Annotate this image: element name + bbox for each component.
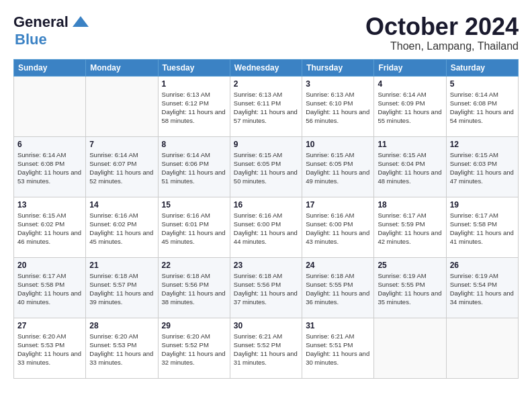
day-info: Sunrise: 6:18 AMSunset: 5:57 PMDaylight:…: [89, 271, 154, 307]
day-number: 15: [162, 200, 226, 210]
calendar-table: SundayMondayTuesdayWednesdayThursdayFrid…: [13, 59, 519, 379]
day-info: Sunrise: 6:18 AMSunset: 5:55 PMDaylight:…: [306, 271, 370, 307]
day-info: Sunrise: 6:15 AMSunset: 6:03 PMDaylight:…: [450, 150, 515, 186]
calendar-cell: 30Sunrise: 6:21 AMSunset: 5:52 PMDayligh…: [230, 318, 302, 378]
calendar-cell: 4Sunrise: 6:14 AMSunset: 6:09 PMDaylight…: [374, 76, 446, 136]
calendar-week: 6Sunrise: 6:14 AMSunset: 6:08 PMDaylight…: [14, 136, 519, 197]
calendar-cell: 11Sunrise: 6:15 AMSunset: 6:04 PMDayligh…: [374, 136, 446, 197]
day-info: Sunrise: 6:17 AMSunset: 5:58 PMDaylight:…: [17, 271, 82, 307]
calendar-cell: 25Sunrise: 6:19 AMSunset: 5:55 PMDayligh…: [374, 257, 446, 318]
day-info: Sunrise: 6:17 AMSunset: 5:58 PMDaylight:…: [450, 211, 515, 246]
weekday-header: Monday: [86, 59, 158, 76]
day-info: Sunrise: 6:17 AMSunset: 5:59 PMDaylight:…: [378, 211, 442, 246]
day-info: Sunrise: 6:16 AMSunset: 6:02 PMDaylight:…: [89, 211, 154, 246]
svg-marker-0: [73, 16, 89, 27]
day-info: Sunrise: 6:15 AMSunset: 6:04 PMDaylight:…: [378, 150, 442, 186]
day-number: 6: [17, 140, 82, 149]
day-info: Sunrise: 6:15 AMSunset: 6:05 PMDaylight:…: [306, 150, 370, 186]
day-info: Sunrise: 6:16 AMSunset: 6:00 PMDaylight:…: [234, 211, 298, 246]
calendar-week: 1Sunrise: 6:13 AMSunset: 6:12 PMDaylight…: [14, 76, 519, 136]
calendar-cell: 18Sunrise: 6:17 AMSunset: 5:59 PMDayligh…: [374, 197, 446, 257]
calendar-cell: 27Sunrise: 6:20 AMSunset: 5:53 PMDayligh…: [14, 318, 86, 378]
day-number: 2: [234, 79, 298, 89]
day-number: 29: [162, 321, 226, 330]
day-number: 10: [306, 140, 370, 149]
calendar-cell: 2Sunrise: 6:13 AMSunset: 6:11 PMDaylight…: [230, 76, 302, 136]
day-info: Sunrise: 6:14 AMSunset: 6:06 PMDaylight:…: [162, 150, 226, 186]
calendar-cell: [86, 76, 158, 136]
calendar-cell: 23Sunrise: 6:18 AMSunset: 5:56 PMDayligh…: [230, 257, 302, 318]
day-number: 4: [378, 79, 442, 89]
day-info: Sunrise: 6:14 AMSunset: 6:07 PMDaylight:…: [89, 150, 154, 186]
logo: General Blue: [13, 13, 90, 48]
weekday-header: Thursday: [302, 59, 374, 76]
calendar-cell: 15Sunrise: 6:16 AMSunset: 6:01 PMDayligh…: [158, 197, 230, 257]
calendar-cell: [446, 318, 518, 378]
day-info: Sunrise: 6:15 AMSunset: 6:02 PMDaylight:…: [17, 211, 82, 246]
day-info: Sunrise: 6:15 AMSunset: 6:05 PMDaylight:…: [234, 150, 298, 186]
calendar-week: 20Sunrise: 6:17 AMSunset: 5:58 PMDayligh…: [14, 257, 519, 318]
day-number: 27: [17, 321, 82, 330]
day-number: 12: [450, 140, 515, 149]
day-info: Sunrise: 6:21 AMSunset: 5:52 PMDaylight:…: [234, 332, 298, 367]
calendar-cell: 6Sunrise: 6:14 AMSunset: 6:08 PMDaylight…: [14, 136, 86, 197]
day-number: 28: [89, 321, 154, 330]
calendar-cell: 8Sunrise: 6:14 AMSunset: 6:06 PMDaylight…: [158, 136, 230, 197]
day-info: Sunrise: 6:13 AMSunset: 6:11 PMDaylight:…: [234, 90, 298, 126]
calendar-cell: [374, 318, 446, 378]
weekday-header: Sunday: [14, 59, 86, 76]
calendar-cell: [14, 76, 86, 136]
day-info: Sunrise: 6:13 AMSunset: 6:12 PMDaylight:…: [162, 90, 226, 126]
calendar-cell: 10Sunrise: 6:15 AMSunset: 6:05 PMDayligh…: [302, 136, 374, 197]
calendar-body: 1Sunrise: 6:13 AMSunset: 6:12 PMDaylight…: [14, 76, 519, 378]
day-number: 7: [89, 140, 154, 149]
calendar-cell: 12Sunrise: 6:15 AMSunset: 6:03 PMDayligh…: [446, 136, 518, 197]
logo-blue-text: Blue: [15, 31, 47, 48]
calendar-week: 13Sunrise: 6:15 AMSunset: 6:02 PMDayligh…: [14, 197, 519, 257]
location-title: Thoen, Lampang, Thailand: [365, 40, 519, 52]
day-info: Sunrise: 6:14 AMSunset: 6:08 PMDaylight:…: [450, 90, 515, 126]
day-number: 16: [234, 200, 298, 210]
logo-text: General: [13, 13, 69, 31]
day-info: Sunrise: 6:14 AMSunset: 6:09 PMDaylight:…: [378, 90, 442, 126]
calendar-cell: 16Sunrise: 6:16 AMSunset: 6:00 PMDayligh…: [230, 197, 302, 257]
calendar-cell: 26Sunrise: 6:19 AMSunset: 5:54 PMDayligh…: [446, 257, 518, 318]
calendar-cell: 20Sunrise: 6:17 AMSunset: 5:58 PMDayligh…: [14, 257, 86, 318]
title-block: October 2024 Thoen, Lampang, Thailand: [365, 13, 519, 52]
weekday-header: Tuesday: [158, 59, 230, 76]
calendar-cell: 28Sunrise: 6:20 AMSunset: 5:53 PMDayligh…: [86, 318, 158, 378]
weekday-header: Saturday: [446, 59, 518, 76]
day-info: Sunrise: 6:20 AMSunset: 5:53 PMDaylight:…: [17, 332, 82, 367]
day-number: 9: [234, 140, 298, 149]
weekday-header: Wednesday: [230, 59, 302, 76]
day-number: 30: [234, 321, 298, 330]
day-number: 31: [306, 321, 370, 330]
day-number: 11: [378, 140, 442, 149]
day-number: 22: [162, 261, 226, 270]
calendar-header: SundayMondayTuesdayWednesdayThursdayFrid…: [14, 59, 519, 76]
calendar-cell: 22Sunrise: 6:18 AMSunset: 5:56 PMDayligh…: [158, 257, 230, 318]
calendar-cell: 1Sunrise: 6:13 AMSunset: 6:12 PMDaylight…: [158, 76, 230, 136]
day-number: 17: [306, 200, 370, 210]
day-number: 3: [306, 79, 370, 89]
day-info: Sunrise: 6:16 AMSunset: 6:00 PMDaylight:…: [306, 211, 370, 246]
calendar-cell: 21Sunrise: 6:18 AMSunset: 5:57 PMDayligh…: [86, 257, 158, 318]
day-info: Sunrise: 6:19 AMSunset: 5:54 PMDaylight:…: [450, 271, 515, 307]
calendar-cell: 29Sunrise: 6:20 AMSunset: 5:52 PMDayligh…: [158, 318, 230, 378]
day-info: Sunrise: 6:20 AMSunset: 5:53 PMDaylight:…: [89, 332, 154, 367]
month-title: October 2024: [365, 13, 519, 40]
day-info: Sunrise: 6:19 AMSunset: 5:55 PMDaylight:…: [378, 271, 442, 307]
day-info: Sunrise: 6:13 AMSunset: 6:10 PMDaylight:…: [306, 90, 370, 126]
day-number: 19: [450, 200, 515, 210]
calendar-cell: 19Sunrise: 6:17 AMSunset: 5:58 PMDayligh…: [446, 197, 518, 257]
logo-icon: [71, 15, 90, 30]
day-number: 14: [89, 200, 154, 210]
calendar-week: 27Sunrise: 6:20 AMSunset: 5:53 PMDayligh…: [14, 318, 519, 378]
day-number: 26: [450, 261, 515, 270]
calendar-cell: 14Sunrise: 6:16 AMSunset: 6:02 PMDayligh…: [86, 197, 158, 257]
day-number: 8: [162, 140, 226, 149]
day-number: 13: [17, 200, 82, 210]
calendar-cell: 24Sunrise: 6:18 AMSunset: 5:55 PMDayligh…: [302, 257, 374, 318]
day-number: 1: [162, 79, 226, 89]
day-number: 21: [89, 261, 154, 270]
